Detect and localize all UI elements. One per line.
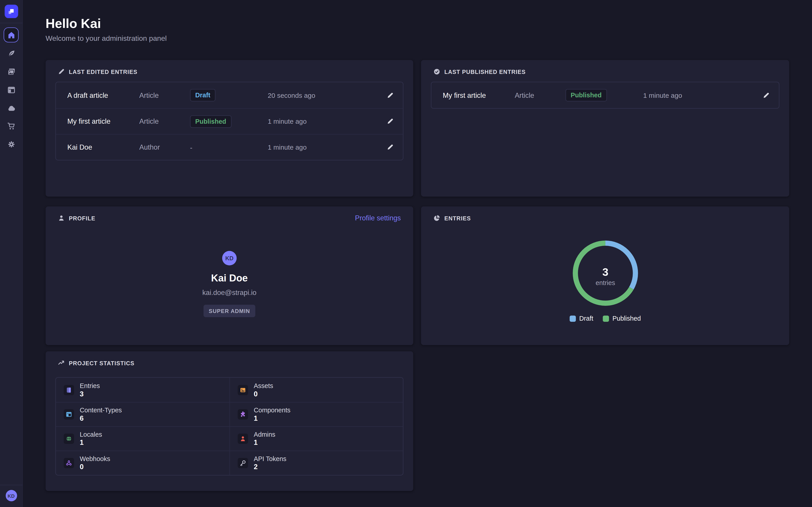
last-edited-entries-panel: LAST EDITED ENTRIES A draft article Arti… xyxy=(46,60,413,196)
legend-label: Published xyxy=(612,315,641,322)
stat-label: Webhooks xyxy=(80,455,110,462)
sidebar-item-marketplace[interactable] xyxy=(4,119,18,133)
pencil-icon xyxy=(58,68,65,75)
home-icon xyxy=(7,31,15,39)
stat-item-entries: Entries3 xyxy=(56,378,230,402)
panel-title: PROFILE xyxy=(69,215,95,221)
edit-entry-button[interactable] xyxy=(386,117,395,126)
stat-value: 0 xyxy=(80,463,110,471)
pencil-icon xyxy=(387,118,394,125)
entry-type: Author xyxy=(139,143,190,151)
pencil-icon xyxy=(387,92,394,99)
key-icon xyxy=(238,458,248,468)
donut-total-label: entries xyxy=(596,279,615,286)
person-icon xyxy=(58,215,65,222)
last-published-entries-panel: LAST PUBLISHED ENTRIES My first article … xyxy=(421,60,789,196)
puzzle-icon xyxy=(238,409,248,419)
cart-icon xyxy=(7,122,15,130)
chart-legend: Draft Published xyxy=(421,315,789,322)
sidebar-item-deploy[interactable] xyxy=(4,101,18,115)
project-statistics-panel: PROJECT STATISTICS Entries3 Assets0 Cont… xyxy=(46,351,413,491)
entry-type: Article xyxy=(515,91,565,99)
sidebar-item-content-manager[interactable] xyxy=(4,47,18,61)
sidebar: KD xyxy=(0,0,23,507)
panel-title: LAST PUBLISHED ENTRIES xyxy=(444,68,526,75)
stat-item-webhooks: Webhooks0 xyxy=(56,451,230,475)
image-icon xyxy=(238,385,248,395)
stat-value: 6 xyxy=(80,414,122,422)
images-icon xyxy=(7,68,15,76)
stat-item-api-tokens: API Tokens2 xyxy=(230,451,403,475)
page-subtitle: Welcome to your administration panel xyxy=(46,34,167,43)
table-row[interactable]: Kai Doe Author - 1 minute ago xyxy=(56,134,403,160)
table-row[interactable]: My first article Article Published 1 min… xyxy=(56,108,403,134)
panel-title: LAST EDITED ENTRIES xyxy=(69,68,137,75)
sidebar-item-content-type-builder[interactable] xyxy=(4,83,18,97)
page-title: Hello Kai xyxy=(46,16,101,31)
panel-header: LAST PUBLISHED ENTRIES xyxy=(421,60,789,75)
role-badge: SUPER ADMIN xyxy=(204,305,255,317)
stat-label: Entries xyxy=(80,382,100,389)
user-icon xyxy=(238,434,248,444)
panel-title: ENTRIES xyxy=(444,215,471,221)
strapi-logo[interactable] xyxy=(4,5,18,18)
table-row[interactable]: My first article Article Published 1 min… xyxy=(431,82,779,108)
strapi-admin-dashboard: KD Hello Kai Welcome to your administrat… xyxy=(0,0,812,507)
book-icon xyxy=(64,385,74,395)
stat-value: 1 xyxy=(254,439,275,446)
legend-swatch-published xyxy=(603,316,609,322)
entries-table: My first article Article Published 1 min… xyxy=(431,82,779,109)
entries-donut-chart: 3 entries xyxy=(569,237,641,309)
legend-item-draft: Draft xyxy=(569,315,593,322)
layout-icon xyxy=(7,86,15,94)
table-row[interactable]: A draft article Article Draft 20 seconds… xyxy=(56,82,403,108)
webhook-icon xyxy=(64,458,74,468)
globe-icon xyxy=(64,434,74,444)
edit-entry-button[interactable] xyxy=(386,91,395,100)
entries-table: A draft article Article Draft 20 seconds… xyxy=(55,82,404,160)
layout-icon xyxy=(64,409,74,419)
stat-label: Admins xyxy=(254,431,275,438)
sidebar-divider xyxy=(0,485,22,485)
stat-value: 3 xyxy=(80,390,100,397)
sidebar-item-media-library[interactable] xyxy=(4,65,18,79)
status-badge: Published xyxy=(190,115,232,127)
sidebar-item-settings[interactable] xyxy=(4,138,18,151)
sidebar-item-home[interactable] xyxy=(4,27,19,43)
pencil-icon xyxy=(763,92,770,99)
entry-type: Article xyxy=(139,117,190,125)
sidebar-nav xyxy=(4,23,19,151)
strapi-logo-icon xyxy=(7,7,15,16)
user-avatar[interactable]: KD xyxy=(5,490,17,501)
edit-entry-button[interactable] xyxy=(762,91,770,100)
entry-time: 1 minute ago xyxy=(268,143,379,151)
panel-header: LAST EDITED ENTRIES xyxy=(46,60,413,75)
entry-type: Article xyxy=(139,91,190,99)
feather-icon xyxy=(7,50,15,58)
stat-label: Components xyxy=(254,407,291,414)
pie-chart-icon xyxy=(434,215,440,222)
stat-item-components: Components1 xyxy=(230,402,403,426)
trending-up-icon xyxy=(58,360,65,367)
panel-header: PROJECT STATISTICS xyxy=(46,351,413,367)
stat-item-content-types: Content-Types6 xyxy=(56,402,230,426)
stats-grid: Entries3 Assets0 Content-Types6 Componen… xyxy=(55,377,404,475)
stat-label: Content-Types xyxy=(80,407,122,414)
stat-item-locales: Locales1 xyxy=(56,426,230,451)
profile-settings-link[interactable]: Profile settings xyxy=(355,214,401,222)
stat-item-admins: Admins1 xyxy=(230,426,403,451)
panel-header: ENTRIES xyxy=(421,207,789,222)
entry-name: Kai Doe xyxy=(67,143,139,151)
stat-label: Assets xyxy=(254,382,273,389)
entries-panel: ENTRIES 3 entries Draft Published xyxy=(421,207,789,345)
status-badge: Published xyxy=(565,89,607,101)
stat-label: API Tokens xyxy=(254,455,287,462)
stat-value: 2 xyxy=(254,463,287,471)
stat-value: 1 xyxy=(80,439,102,446)
stat-item-assets: Assets0 xyxy=(230,378,403,402)
entry-time: 1 minute ago xyxy=(268,117,379,125)
profile-email: kai.doe@strapi.io xyxy=(202,289,256,296)
stat-label: Locales xyxy=(80,431,102,438)
edit-entry-button[interactable] xyxy=(386,143,395,152)
panel-title: PROJECT STATISTICS xyxy=(69,360,135,366)
